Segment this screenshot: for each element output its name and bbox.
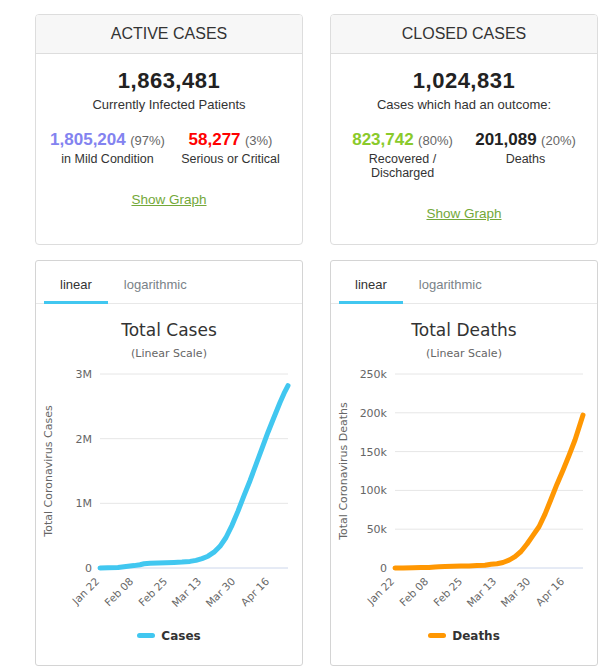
deaths-tab-logarithmic[interactable]: logarithmic [403,269,498,304]
deaths-chart-legend[interactable]: Deaths [331,626,597,644]
svg-text:0: 0 [85,562,92,575]
deaths-chart-title: Total Deaths [331,320,597,340]
cases-legend-label: Cases [161,629,200,643]
svg-text:Mar 30: Mar 30 [203,575,237,609]
svg-text:Apr 16: Apr 16 [238,575,271,608]
recovered-label: Recovered / Discharged [341,152,464,180]
closed-cases-header: CLOSED CASES [331,15,597,54]
mild-condition-percent: (97%) [130,133,165,148]
active-cases-panel: ACTIVE CASES 1,863,481 Currently Infecte… [35,14,303,245]
cases-chart-canvas: 01M2M3MJan 22Feb 08Feb 25Mar 13Mar 30Apr… [36,362,302,624]
deaths-legend-label: Deaths [452,629,500,643]
svg-text:2M: 2M [76,433,93,446]
active-cases-total: 1,863,481 [46,68,292,94]
svg-text:Mar 13: Mar 13 [169,575,203,609]
cases-chart-tabbar: linear logarithmic [36,261,302,304]
svg-text:50k: 50k [367,523,388,536]
svg-text:Feb 25: Feb 25 [431,575,464,608]
svg-text:Feb 08: Feb 08 [102,575,135,608]
serious-critical-label: Serious or Critical [169,152,292,166]
active-cases-show-graph-link[interactable]: Show Graph [131,192,206,207]
svg-text:Jan 22: Jan 22 [364,575,396,607]
active-cases-header: ACTIVE CASES [36,15,302,54]
svg-text:Mar 13: Mar 13 [464,575,498,609]
deaths-percent: (20%) [541,133,576,148]
mild-condition-block: 1,805,204 (97%) in Mild Condition [46,130,169,166]
deaths-block: 201,089 (20%) Deaths [464,130,587,180]
serious-critical-value: 58,277 [189,130,241,149]
svg-text:3M: 3M [76,368,93,381]
cases-chart-subtitle: (Linear Scale) [36,347,302,360]
deaths-value: 201,089 [475,130,536,149]
deaths-chart-tabbar: linear logarithmic [331,261,597,304]
closed-cases-total: 1,024,831 [341,68,587,94]
svg-text:Total Coronavirus Deaths: Total Coronavirus Deaths [337,402,350,541]
svg-text:100k: 100k [360,484,388,497]
cases-chart-legend[interactable]: Cases [36,626,302,644]
deaths-legend-line-icon [428,633,446,638]
svg-text:200k: 200k [360,407,388,420]
svg-text:0: 0 [380,562,387,575]
deaths-chart-canvas: 050k100k150k200k250kJan 22Feb 08Feb 25Ma… [331,362,597,624]
page-grid: ACTIVE CASES 1,863,481 Currently Infecte… [0,0,612,666]
svg-text:Feb 25: Feb 25 [136,575,169,608]
total-cases-chart-panel: linear logarithmic Total Cases (Linear S… [35,260,303,666]
closed-cases-body: 1,024,831 Cases which had an outcome: 82… [331,54,597,244]
svg-text:Apr 16: Apr 16 [533,575,566,608]
svg-text:150k: 150k [360,446,388,459]
mild-condition-value: 1,805,204 [50,130,126,149]
svg-text:Jan 22: Jan 22 [69,575,101,607]
deaths-tab-linear[interactable]: linear [339,269,403,304]
closed-cases-show-graph-link[interactable]: Show Graph [426,206,501,221]
cases-tab-linear[interactable]: linear [44,269,108,304]
closed-cases-total-label: Cases which had an outcome: [341,97,587,112]
active-cases-total-label: Currently Infected Patients [46,97,292,112]
serious-critical-block: 58,277 (3%) Serious or Critical [169,130,292,166]
cases-legend-line-icon [137,633,155,638]
recovered-percent: (80%) [418,133,453,148]
svg-text:1M: 1M [76,497,93,510]
closed-cases-panel: CLOSED CASES 1,024,831 Cases which had a… [330,14,598,245]
deaths-chart-subtitle: (Linear Scale) [331,347,597,360]
recovered-value: 823,742 [352,130,413,149]
mild-condition-label: in Mild Condition [46,152,169,166]
deaths-label: Deaths [464,152,587,166]
serious-critical-percent: (3%) [245,133,272,148]
cases-tab-logarithmic[interactable]: logarithmic [108,269,203,304]
recovered-block: 823,742 (80%) Recovered / Discharged [341,130,464,180]
active-cases-body: 1,863,481 Currently Infected Patients 1,… [36,54,302,230]
cases-chart-title: Total Cases [36,320,302,340]
svg-text:Feb 08: Feb 08 [397,575,430,608]
total-deaths-chart-panel: linear logarithmic Total Deaths (Linear … [330,260,598,666]
svg-text:Total Coronavirus Cases: Total Coronavirus Cases [42,405,55,538]
svg-text:Mar 30: Mar 30 [498,575,532,609]
svg-text:250k: 250k [360,368,388,381]
